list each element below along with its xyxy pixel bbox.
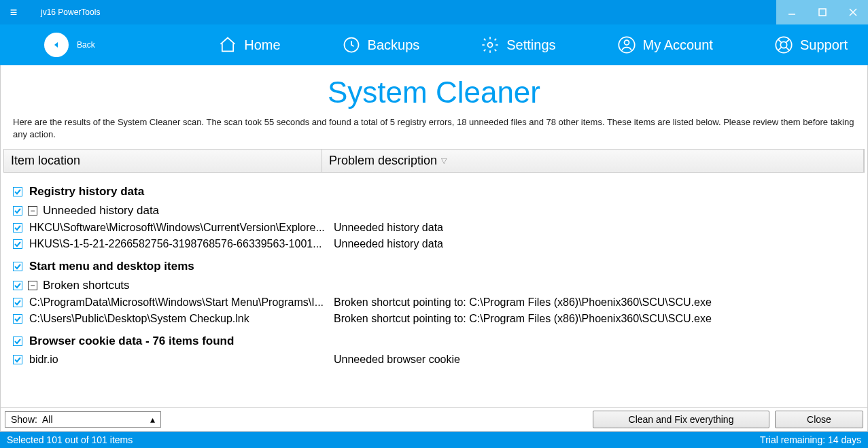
checkbox[interactable] — [13, 337, 22, 346]
svg-line-13 — [778, 48, 782, 51]
nav-support-label: Support — [800, 37, 848, 53]
clean-fix-button[interactable]: Clean and Fix everything — [593, 411, 769, 428]
app-title: jv16 PowerTools — [41, 7, 100, 17]
show-value: All — [42, 414, 53, 425]
back-button[interactable]: Back — [44, 33, 95, 57]
table-row[interactable]: C:\Users\Public\Desktop\System Checkup.l… — [13, 313, 865, 325]
item-description: Broken shortcut pointing to: C:\Program … — [334, 296, 712, 309]
nav-home-label: Home — [244, 37, 280, 53]
page-title: System Cleaner — [1, 75, 867, 109]
item-description: Broken shortcut pointing to: C:\Program … — [334, 313, 712, 325]
checkbox[interactable] — [13, 239, 22, 249]
item-description: Unneeded history data — [334, 238, 443, 250]
subgroup-broken-shortcuts[interactable]: − Broken shortcuts — [13, 279, 865, 292]
status-bar: Selected 101 out of 101 items Trial rema… — [0, 432, 868, 448]
item-location: bidr.io — [29, 354, 327, 366]
content-area: System Cleaner Here are the results of t… — [0, 65, 868, 432]
minimize-button[interactable] — [776, 0, 807, 24]
checkbox[interactable] — [13, 314, 22, 324]
results-list[interactable]: Registry history data − Unneeded history… — [1, 173, 867, 407]
nav-backups-label: Backups — [368, 37, 420, 53]
nav-support[interactable]: Support — [774, 35, 848, 54]
nav-settings[interactable]: Settings — [481, 35, 555, 54]
svg-line-11 — [778, 39, 782, 43]
scan-description: Here are the results of the System Clean… — [1, 116, 867, 149]
group-label: Start menu and desktop items — [29, 260, 194, 273]
item-description: Unneeded history data — [334, 222, 443, 234]
checkbox[interactable] — [13, 223, 22, 232]
checkbox[interactable] — [13, 187, 22, 196]
checkbox[interactable] — [13, 262, 22, 271]
table-row[interactable]: HKCU\Software\Microsoft\Windows\CurrentV… — [13, 222, 865, 234]
table-row[interactable]: HKUS\S-1-5-21-2266582756-3198768576-6633… — [13, 238, 865, 250]
group-startmenu[interactable]: Start menu and desktop items — [13, 260, 865, 273]
svg-point-10 — [780, 41, 786, 48]
bottom-toolbar: Show: All ▴ Clean and Fix everything Clo… — [1, 407, 867, 431]
gear-icon — [481, 35, 500, 54]
checkbox[interactable] — [13, 298, 22, 307]
hamburger-menu[interactable]: ≡ — [0, 5, 27, 20]
nav-backups[interactable]: Backups — [342, 35, 420, 54]
group-label: Registry history data — [29, 185, 144, 199]
nav-settings-label: Settings — [506, 37, 555, 53]
item-location: C:\ProgramData\Microsoft\Windows\Start M… — [29, 296, 327, 309]
item-description: Unneeded browser cookie — [334, 354, 460, 366]
show-filter-dropdown[interactable]: Show: All ▴ — [5, 411, 161, 428]
maximize-button[interactable] — [807, 0, 837, 24]
table-row[interactable]: C:\ProgramData\Microsoft\Windows\Start M… — [13, 296, 865, 309]
back-arrow-icon — [44, 33, 69, 57]
close-button[interactable] — [837, 0, 868, 24]
svg-marker-4 — [54, 42, 58, 48]
nav-account-label: My Account — [643, 37, 713, 53]
dropdown-arrow-icon: ▴ — [150, 414, 155, 425]
selected-count: Selected 101 out of 101 items — [7, 434, 133, 445]
user-icon — [617, 35, 636, 54]
svg-line-12 — [786, 48, 789, 51]
item-location: HKUS\S-1-5-21-2266582756-3198768576-6633… — [29, 238, 327, 250]
checkbox[interactable] — [13, 355, 22, 364]
checkbox[interactable] — [13, 281, 22, 290]
close-button[interactable]: Close — [775, 411, 863, 428]
filter-icon: ▽ — [441, 156, 447, 165]
group-registry[interactable]: Registry history data — [13, 185, 865, 199]
clock-icon — [342, 35, 361, 54]
group-label: Browser cookie data - 76 items found — [29, 334, 234, 348]
collapse-icon[interactable]: − — [28, 206, 37, 216]
group-browser-cookies[interactable]: Browser cookie data - 76 items found — [13, 334, 865, 348]
checkbox[interactable] — [13, 206, 22, 216]
subgroup-label: Unneeded history data — [43, 204, 159, 218]
collapse-icon[interactable]: − — [28, 281, 37, 290]
table-row[interactable]: bidr.io Unneeded browser cookie — [13, 354, 865, 366]
svg-point-6 — [488, 43, 493, 48]
item-location: C:\Users\Public\Desktop\System Checkup.l… — [29, 313, 327, 325]
item-location: HKCU\Software\Microsoft\Windows\CurrentV… — [29, 222, 327, 234]
column-problem[interactable]: Problem description ▽ — [322, 150, 864, 172]
subgroup-label: Broken shortcuts — [43, 279, 130, 292]
subgroup-unneeded-history[interactable]: − Unneeded history data — [13, 204, 865, 218]
column-location[interactable]: Item location — [4, 150, 322, 172]
table-header: Item location Problem description ▽ — [3, 149, 865, 173]
back-label: Back — [77, 40, 95, 50]
nav-home[interactable]: Home — [218, 35, 280, 54]
titlebar: ≡ jv16 PowerTools — [0, 0, 868, 24]
lifebuoy-icon — [774, 35, 793, 54]
trial-remaining: Trial remaining: 14 days — [760, 434, 861, 445]
svg-point-8 — [624, 40, 629, 45]
column-problem-label: Problem description — [329, 154, 437, 168]
svg-line-14 — [786, 39, 789, 43]
show-label: Show: — [11, 414, 37, 425]
window-controls — [776, 0, 868, 24]
navbar: Back Home Backups Settings My Account Su… — [0, 24, 868, 65]
nav-account[interactable]: My Account — [617, 35, 713, 54]
home-icon — [218, 35, 237, 54]
svg-rect-1 — [819, 9, 826, 16]
